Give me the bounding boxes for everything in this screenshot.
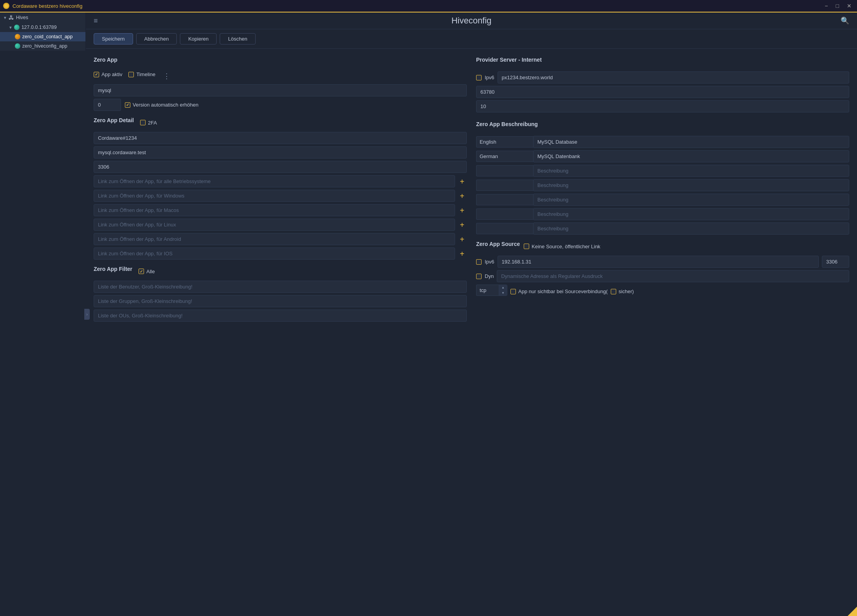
- sidebar: ▼ 🖧 Hives ▼ 127.0.0.1:63789 zero_coid_co…: [0, 12, 86, 51]
- tcp-up-button[interactable]: ▲: [499, 285, 507, 290]
- provider-port-input[interactable]: [476, 86, 849, 98]
- abbrechen-button[interactable]: Abbrechen: [136, 33, 177, 45]
- source-dyn-input[interactable]: [497, 270, 849, 282]
- sidebar-wrapper: ▼ 🖧 Hives ▼ 127.0.0.1:63789 zero_coid_co…: [0, 12, 86, 616]
- more-menu-button[interactable]: ⋮: [162, 73, 172, 80]
- desc-lang-select-5: ▲ ▼: [476, 194, 531, 205]
- link-all-os-input[interactable]: [94, 175, 455, 187]
- filter-ous-input[interactable]: [94, 310, 467, 322]
- tcp-select[interactable]: [476, 285, 499, 296]
- link-android-input[interactable]: [94, 233, 455, 245]
- provider-ipv6-label: Ipv6: [485, 75, 494, 80]
- search-button[interactable]: 🔍: [841, 16, 849, 25]
- version-auto-checkbox[interactable]: [125, 102, 130, 108]
- domain-input[interactable]: [94, 146, 467, 158]
- provider-value3-input[interactable]: [476, 100, 849, 112]
- desc-text-input-7[interactable]: [533, 223, 849, 235]
- app-nur-sichtbar-checkbox[interactable]: [510, 289, 516, 294]
- desc-text-input-5[interactable]: [533, 194, 849, 206]
- page-title: Hiveconfig: [452, 16, 492, 26]
- twofa-label: 2FA: [148, 120, 157, 126]
- link-linux-input[interactable]: [94, 219, 455, 231]
- sidebar-item-hives[interactable]: ▼ 🖧 Hives: [0, 12, 85, 23]
- keine-source-wrap: Keine Source, öffentlicher Link: [524, 244, 600, 249]
- title-bar-title: Cordaware bestzero hiveconfig: [12, 3, 822, 9]
- desc-text-input-3[interactable]: [533, 165, 849, 177]
- sidebar-collapse-button[interactable]: ›: [84, 309, 90, 320]
- link-android-row: +: [94, 233, 467, 245]
- link-macos-add-button[interactable]: +: [457, 206, 467, 215]
- window-controls[interactable]: − □ ✕: [822, 2, 854, 10]
- source-ip-input[interactable]: [498, 256, 819, 268]
- hamburger-button[interactable]: ≡: [94, 17, 98, 25]
- desc-lang-select-6: ▲ ▼: [476, 208, 531, 220]
- link-ios-add-button[interactable]: +: [457, 249, 467, 258]
- tcp-select-wrap: ▲ ▼: [476, 285, 507, 296]
- source-ipv6-checkbox[interactable]: [476, 259, 482, 265]
- top-header: ≡ Hiveconfig 🔍: [86, 12, 857, 29]
- timeline-checkbox[interactable]: [128, 72, 134, 77]
- link-all-os-add-button[interactable]: +: [457, 177, 467, 186]
- app-aktiv-checkbox[interactable]: [94, 72, 99, 77]
- tcp-arrows: ▲ ▼: [499, 285, 507, 296]
- zero-hiveconfig-label: zero_hiveconfig_app: [22, 43, 67, 49]
- source-dyn-label: Dyn: [485, 273, 494, 279]
- desc-lang-select-1: ▲ ▼: [476, 136, 531, 148]
- alle-checkbox[interactable]: [139, 269, 144, 274]
- desc-lang-select-2: ▲ ▼: [476, 151, 531, 162]
- zero-app-source-title: Zero App Source: [476, 241, 520, 247]
- kopieren-button[interactable]: Kopieren: [180, 33, 217, 45]
- zero-hiveconfig-icon: [15, 43, 20, 49]
- zero-app-source-header: Zero App Source Keine Source, öffentlich…: [476, 241, 849, 252]
- alle-label: Alle: [146, 269, 155, 274]
- hives-arrow: ▼: [3, 16, 7, 20]
- link-ios-input[interactable]: [94, 247, 455, 260]
- sicher-checkbox[interactable]: [611, 289, 616, 294]
- provider-server-header: Provider Server - Internet: [476, 57, 849, 68]
- close-button[interactable]: ✕: [845, 2, 854, 10]
- server-address-input[interactable]: [498, 71, 849, 84]
- zero-app-detail-header: Zero App Detail 2FA: [94, 117, 467, 128]
- app-nur-sichtbar-label: App nur sichtbar bei Sourceverbindung(: [518, 288, 608, 294]
- port-input[interactable]: [94, 161, 467, 173]
- server-icon: [14, 25, 20, 30]
- link-windows-input[interactable]: [94, 190, 455, 202]
- link-windows-add-button[interactable]: +: [457, 191, 467, 201]
- maximize-button[interactable]: □: [834, 2, 841, 10]
- filter-users-input[interactable]: [94, 281, 467, 293]
- zero-app-beschreibung-title: Zero App Beschreibung: [476, 121, 538, 127]
- desc-text-input-2[interactable]: [533, 150, 849, 162]
- minimize-button[interactable]: −: [822, 2, 830, 10]
- sidebar-item-zero-coid[interactable]: zero_coid_contact_app: [0, 32, 85, 41]
- keine-source-checkbox[interactable]: [524, 244, 529, 249]
- link-macos-input[interactable]: [94, 204, 455, 216]
- provider-ipv6-checkbox[interactable]: [476, 75, 482, 80]
- desc-text-input-1[interactable]: [533, 136, 849, 148]
- version-input[interactable]: [94, 99, 121, 111]
- server-arrow: ▼: [9, 25, 12, 30]
- source-port-input[interactable]: [822, 256, 849, 268]
- sidebar-item-server[interactable]: ▼ 127.0.0.1:63789: [0, 23, 85, 32]
- link-android-add-button[interactable]: +: [457, 235, 467, 244]
- sicher-wrap: sicher): [611, 288, 634, 294]
- source-tcp-row: ▲ ▼ App nur sichtbar bei Sourceverbindun…: [476, 285, 849, 298]
- cordaware-input[interactable]: [94, 132, 467, 144]
- source-ipv6-row: Ipv6: [476, 256, 849, 268]
- speichern-button[interactable]: Speichern: [94, 33, 133, 45]
- tcp-down-button[interactable]: ▼: [499, 290, 507, 296]
- filter-groups-input[interactable]: [94, 295, 467, 307]
- sidebar-item-zero-hiveconfig[interactable]: zero_hiveconfig_app: [0, 41, 85, 51]
- twofa-checkbox[interactable]: [140, 120, 146, 125]
- link-linux-add-button[interactable]: +: [457, 220, 467, 230]
- source-dyn-checkbox[interactable]: [476, 274, 482, 279]
- desc-row-7: ▲ ▼: [476, 223, 849, 235]
- loeschen-button[interactable]: Löschen: [220, 33, 255, 45]
- title-bar: Cordaware bestzero hiveconfig − □ ✕: [0, 0, 857, 12]
- app-name-input[interactable]: [94, 84, 467, 96]
- keine-source-label: Keine Source, öffentlicher Link: [532, 244, 600, 249]
- desc-row-2: ▲ ▼: [476, 150, 849, 162]
- desc-text-input-6[interactable]: [533, 208, 849, 220]
- desc-text-input-4[interactable]: [533, 179, 849, 191]
- desc-lang-select-3: ▲ ▼: [476, 165, 531, 176]
- toolbar: Speichern Abbrechen Kopieren Löschen: [86, 29, 857, 49]
